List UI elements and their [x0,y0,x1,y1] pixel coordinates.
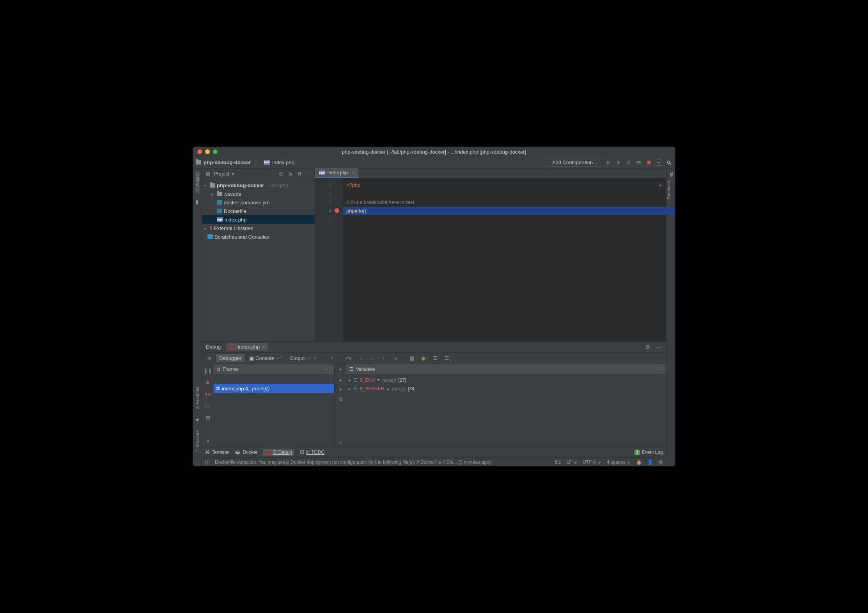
tree-file-dockerfile[interactable]: Dockerfile [202,207,315,215]
status-message[interactable]: Dockerfile detection: You may setup Dock… [215,459,491,465]
tree-file-index[interactable]: PHP index.php [202,215,315,224]
gear-icon[interactable]: ⚙ [296,170,303,177]
variables-title: Variables [356,367,375,372]
hide-icon[interactable]: — [655,344,662,351]
project-tree[interactable]: ▾ php-xdebug-docker~/lab/php- ▸ .vscode … [202,179,315,243]
database-tool-button[interactable]: Database [666,178,671,202]
tree-folder-vscode[interactable]: ▸ .vscode [202,190,315,198]
ide-window: php-xdebug-docker [~/lab/php-xdebug-dock… [193,147,675,466]
todo-tool-button[interactable]: ☑6: TODO [300,450,325,455]
editor-tabs: PHP index.php × [315,168,666,179]
close-window-button[interactable] [197,149,202,154]
indent[interactable]: 4 spaces ≑ [607,459,631,465]
up-icon[interactable]: ▴ [339,377,342,383]
chevron-down-icon[interactable]: ▾ [232,171,234,177]
add-watch-icon[interactable]: ＋ [338,366,343,373]
debug-session-tab[interactable]: 🐞 index.php × [226,343,268,351]
zoom-window-button[interactable] [213,149,218,154]
variable-row[interactable]: ▸☰ $_ENV = {array} [27] [349,376,664,384]
pause-icon[interactable]: ❚❚ [203,366,213,375]
step-over-icon[interactable] [344,354,354,363]
editor-tab-index[interactable]: PHP index.php × [315,168,358,178]
project-panel-title[interactable]: Project [214,171,229,177]
frames-icon: ⧉ [217,367,220,372]
caret-position[interactable]: 5:1 [554,459,561,465]
attach-icon[interactable] [625,159,632,166]
star-icon[interactable]: ★ [194,416,201,423]
frames-panel: ⧉ Frames →" ↑ ↓ ⧉ inde [214,364,335,447]
search-icon[interactable] [666,159,672,166]
event-log-button[interactable]: 1Event Log [634,450,663,455]
more-icon[interactable]: » [339,439,342,445]
run-anything-icon[interactable] [656,159,662,166]
add-configuration-button[interactable]: Add Configuration... [548,158,601,167]
database-icon[interactable]: 🛢 [668,171,675,178]
variable-row[interactable]: ▸☰ $_SERVER = {array} [34] [349,384,664,393]
collapse-icon[interactable]: ⇲ [287,170,294,177]
favorites-tool-button[interactable]: 2: Favorites [195,384,200,411]
debug-icon[interactable] [615,159,622,166]
filter-icon[interactable]: →" [325,367,331,372]
docker-icon: 🐳 [235,450,241,455]
bottom-tool-bar: ⌘Terminal 🐳Docker 🐞5: Debug ☑6: TODO 1Ev… [202,447,666,457]
view-breakpoints-icon[interactable]: ●● [203,389,213,399]
structure-icon[interactable]: ∷ [194,459,201,466]
line-gutter[interactable]: 1 2 3 4 5 [315,179,335,341]
tree-root[interactable]: ▾ php-xdebug-docker~/lab/php- [202,181,315,190]
close-icon[interactable]: × [262,344,265,350]
locate-icon[interactable]: ⊕ [277,170,284,177]
next-frame-icon[interactable]: ↓ [329,375,332,381]
notification-badge: 1 [634,450,640,455]
tree-scratches[interactable]: Scratches and Consoles [202,232,315,241]
close-tab-icon[interactable]: × [352,170,354,175]
docker-tool-button[interactable]: 🐳Docker [235,450,257,455]
add-list-icon[interactable]: ☰+ [442,354,452,363]
tree-external-libraries[interactable]: ▸⫴ External Libraries [202,224,315,232]
run-icon[interactable] [605,159,611,166]
code-area[interactable]: 1 2 3 4 5 <?php // Put a breakpoint here… [315,179,666,341]
tree-file-compose[interactable]: docker-compose.yml [202,198,315,207]
debug-tool-button[interactable]: 🐞5: Debug [263,449,294,456]
output-tab[interactable]: Output→"× [286,354,320,362]
force-step-into-icon[interactable]: ↓ [367,354,377,363]
filter-icon[interactable]: →" [657,367,663,372]
chevron-right-icon: 〉 [255,159,260,166]
copy-icon[interactable]: ⧉ [339,396,342,402]
terminal-tool-button[interactable]: ⌘Terminal [205,450,229,455]
inspector-icon[interactable]: 👤 [647,459,653,465]
layout-icon[interactable]: ▤ [203,413,213,422]
listen-debug-icon[interactable] [636,159,642,166]
hide-icon[interactable]: — [305,170,312,177]
settings-icon[interactable]: ⚙ [659,459,663,465]
console-tab[interactable]: ▣Console→" [246,354,285,362]
navigation-bar: php-xdebug-docker 〉 PHP index.php Add Co… [193,157,675,168]
minimize-window-button[interactable] [205,149,210,154]
down-icon[interactable]: ▾ [339,386,342,392]
encoding[interactable]: UTF-8 ≑ [583,459,601,465]
evaluate-icon[interactable]: ▦ [407,354,417,363]
stop-icon[interactable]: ■ [203,377,213,387]
more-icon[interactable]: » [203,436,213,445]
run-to-cursor-icon[interactable]: ↘ [390,354,400,363]
structure-tool-button[interactable]: 7: Structure [195,428,200,455]
stop-icon[interactable] [646,159,652,166]
inspection-ok-icon[interactable]: ✔ [659,181,663,190]
gear-icon[interactable]: ⚙ [644,344,651,351]
mute-breakpoints-icon[interactable]: ⃠ [203,401,213,410]
bookmark-icon[interactable]: ▮ [194,198,201,205]
watch-icon[interactable]: ◉ [418,354,429,363]
step-out-icon[interactable]: ↑ [379,354,389,363]
lock-icon[interactable]: 🔒 [636,459,642,465]
show-execution-point-icon[interactable]: ≡ [327,354,337,363]
line-ending[interactable]: LF ≑ [567,459,577,465]
status-toggle-icon[interactable]: ◫ [205,459,209,465]
resume-button[interactable] [204,354,214,363]
breadcrumb[interactable]: php-xdebug-docker 〉 PHP index.php [196,159,294,166]
step-into-icon[interactable]: ↓ [355,354,365,363]
stack-frame[interactable]: ⧉ index.php:4, {main}() [214,384,334,393]
debugger-tab[interactable]: Debugger [216,354,244,362]
settings-list-icon[interactable]: ☰ [430,354,440,363]
prev-frame-icon[interactable]: ↑ [324,375,326,381]
project-tool-button[interactable]: 1: Project [195,171,200,193]
frames-title: Frames [223,367,239,372]
